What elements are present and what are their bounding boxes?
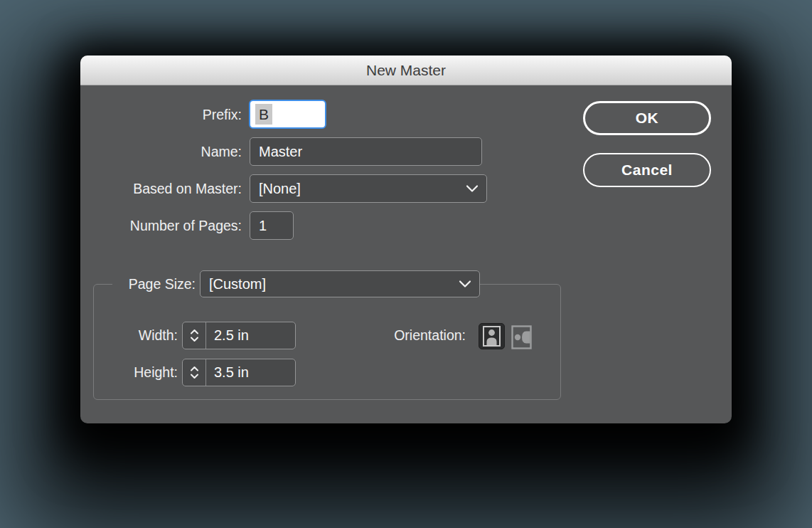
name-input[interactable]: Master	[250, 137, 482, 166]
orientation-landscape-button[interactable]	[511, 325, 532, 349]
prefix-label: Prefix:	[80, 100, 242, 129]
height-stepper-buttons[interactable]	[183, 359, 206, 386]
portrait-orientation-icon	[479, 323, 505, 349]
width-value[interactable]: 2.5 in	[206, 322, 295, 349]
new-master-dialog: New Master Prefix: B Name: Master Based …	[80, 56, 732, 423]
dialog-titlebar[interactable]: New Master	[80, 56, 732, 85]
width-stepper-buttons[interactable]	[183, 322, 206, 349]
name-label: Name:	[80, 137, 242, 166]
based-on-master-label: Based on Master:	[80, 174, 242, 203]
stepper-up-icon	[190, 366, 199, 371]
cancel-button-label: Cancel	[621, 162, 673, 179]
number-of-pages-input[interactable]: 1	[250, 211, 294, 240]
chevron-down-icon	[465, 184, 479, 194]
based-on-master-value: [None]	[259, 181, 301, 197]
stepper-up-icon	[190, 329, 199, 334]
width-label: Width:	[80, 322, 178, 349]
page-size-dropdown[interactable]: [Custom]	[200, 270, 480, 297]
based-on-master-dropdown[interactable]: [None]	[250, 174, 487, 203]
orientation-label: Orientation:	[324, 322, 466, 349]
cancel-button[interactable]: Cancel	[583, 153, 711, 187]
landscape-orientation-icon	[511, 325, 532, 349]
prefix-selected-text: B	[255, 104, 272, 125]
dialog-title: New Master	[366, 62, 446, 78]
number-of-pages-label: Number of Pages:	[80, 211, 242, 240]
height-stepper-field[interactable]: 3.5 in	[182, 359, 296, 386]
number-of-pages-value: 1	[259, 218, 267, 234]
ok-button[interactable]: OK	[583, 101, 711, 135]
page-size-label: Page Size:	[112, 276, 200, 292]
orientation-portrait-button[interactable]	[479, 323, 505, 349]
name-value: Master	[259, 144, 302, 160]
page-size-row: Page Size: [Custom]	[112, 270, 480, 297]
prefix-input[interactable]: B	[249, 100, 326, 129]
width-stepper-field[interactable]: 2.5 in	[182, 322, 296, 349]
height-label: Height:	[80, 359, 178, 386]
chevron-down-icon	[458, 280, 472, 289]
height-value[interactable]: 3.5 in	[206, 359, 295, 386]
page-size-value: [Custom]	[209, 276, 266, 292]
stepper-down-icon	[190, 374, 199, 379]
stepper-down-icon	[190, 337, 199, 342]
ok-button-label: OK	[636, 110, 659, 127]
